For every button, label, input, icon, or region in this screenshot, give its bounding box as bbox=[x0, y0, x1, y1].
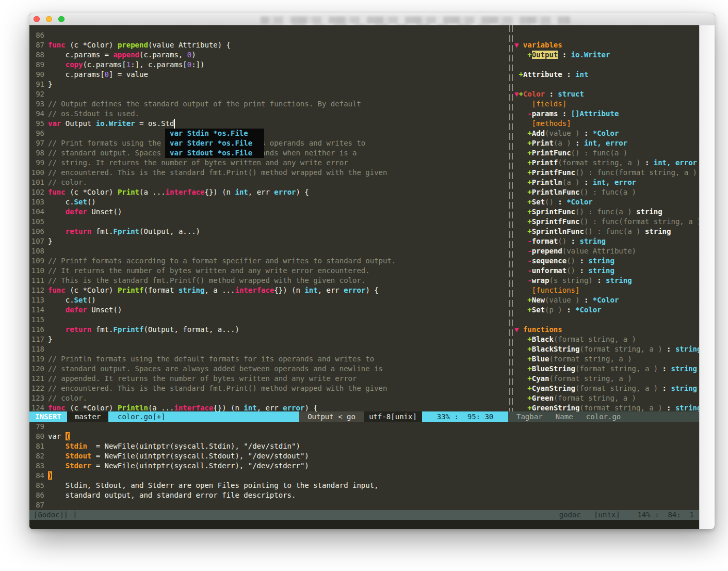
tagbar-line[interactable]: ▼ functions bbox=[514, 325, 699, 335]
tagbar-line[interactable]: +CyanString(format string, a ) : string bbox=[514, 384, 699, 393]
code-text: // Output defines the standard output of… bbox=[48, 100, 361, 108]
code-line[interactable]: 85 Stdin, Stdout, and Stderr are open Fi… bbox=[29, 481, 699, 490]
tagbar-line[interactable]: ▼+Color : struct bbox=[514, 89, 699, 99]
code-line[interactable]: 114 defer Unset() bbox=[29, 305, 508, 315]
code-window[interactable]: 8687func (c *Color) prepend(value Attrib… bbox=[29, 25, 508, 411]
code-line[interactable]: 108 bbox=[29, 246, 508, 256]
code-line[interactable]: 109// Printf formats according to a form… bbox=[29, 256, 508, 266]
code-line[interactable]: 91} bbox=[29, 80, 508, 89]
tagbar-line[interactable]: +BlueString(format string, a ) : string bbox=[514, 364, 699, 374]
code-line[interactable]: 79 bbox=[29, 422, 699, 432]
tagbar-line[interactable]: [methods] bbox=[514, 119, 699, 129]
code-line[interactable]: 102func (c *Color) Print(a ...interface{… bbox=[29, 187, 508, 197]
tagbar-line[interactable]: +PrintfFunc() : func(format string, a ) bbox=[514, 168, 699, 178]
tagbar-line[interactable]: +Printf(format string, a ) : int, error bbox=[514, 158, 699, 168]
code-line[interactable]: 95var Output io.Writer = os.Std bbox=[29, 119, 508, 129]
tagbar-line[interactable]: +Output : io.Writer bbox=[514, 50, 699, 60]
tagbar-line[interactable] bbox=[514, 30, 699, 40]
code-line[interactable]: 117} bbox=[29, 335, 508, 344]
tagbar-line[interactable]: -params : []Attribute bbox=[514, 109, 699, 119]
tagbar-line[interactable]: ▼ variables bbox=[514, 40, 699, 50]
code-line[interactable]: 107} bbox=[29, 236, 508, 246]
tagbar-line[interactable] bbox=[514, 80, 699, 89]
tagbar-line[interactable]: +SprintFunc() : func(a ) string bbox=[514, 207, 699, 217]
tagbar-line[interactable]: -format() : string bbox=[514, 236, 699, 246]
code-line[interactable]: 100// encountered. This is the standard … bbox=[29, 168, 508, 178]
code-line[interactable]: 94// os.Stdout is used. bbox=[29, 109, 508, 119]
code-line[interactable]: 88 c.params = append(c.params, 0) bbox=[29, 50, 508, 60]
code-line[interactable]: 101// color. bbox=[29, 178, 508, 187]
code-line[interactable]: 84) bbox=[29, 471, 699, 481]
tagbar-line[interactable]: +Attribute : int bbox=[514, 70, 699, 80]
code-line[interactable]: 122// encountered. This is the standard … bbox=[29, 384, 508, 393]
code-line[interactable]: 115 bbox=[29, 315, 508, 325]
code-line[interactable]: 121// appended. It returns the number of… bbox=[29, 374, 508, 384]
popup-item[interactable]: var Stdout *os.File bbox=[165, 148, 264, 158]
code-line[interactable]: 118 bbox=[29, 344, 508, 354]
tagbar-line[interactable]: +Add(value ) : *Color bbox=[514, 129, 699, 138]
tagbar-line[interactable]: +Set() : *Color bbox=[514, 197, 699, 207]
tagbar-line[interactable]: +Println(a ) : int, error bbox=[514, 178, 699, 187]
tagbar-line[interactable]: -sequence() : string bbox=[514, 256, 699, 266]
code-line[interactable]: 97// Print formats using the default for… bbox=[29, 138, 508, 148]
tagbar-line[interactable]: -prepend(value Attribute) bbox=[514, 246, 699, 256]
tagbar-line[interactable]: +New(value ) : *Color bbox=[514, 295, 699, 305]
code-line[interactable]: 93// Output defines the standard output … bbox=[29, 99, 508, 109]
tagbar-line[interactable]: +Green(format string, a ) bbox=[514, 393, 699, 403]
code-line[interactable]: 90 c.params[0] = value bbox=[29, 70, 508, 80]
window-titlebar[interactable] bbox=[29, 13, 715, 25]
tagbar-line[interactable]: +PrintlnFunc() : func(a ) bbox=[514, 187, 699, 197]
code-line[interactable]: 81 Stdin = NewFile(uintptr(syscall.Stdin… bbox=[29, 441, 699, 451]
code-line[interactable]: 105 bbox=[29, 217, 508, 227]
code-line[interactable]: 82 Stdout = NewFile(uintptr(syscall.Stdo… bbox=[29, 451, 699, 461]
tagbar-line[interactable]: +SprintfFunc() : func(format string, a )… bbox=[514, 217, 699, 227]
minimize-button[interactable] bbox=[46, 16, 52, 22]
code-line[interactable]: 119// Println formats using the default … bbox=[29, 354, 508, 364]
tagbar-line[interactable]: +GreenString(format string, a ) : string bbox=[514, 403, 699, 411]
popup-item[interactable]: var Stdin *os.File bbox=[165, 129, 264, 138]
tagbar-line[interactable]: +SprintlnFunc() : func(a ) string bbox=[514, 227, 699, 236]
code-line[interactable]: 83 Stderr = NewFile(uintptr(syscall.Stde… bbox=[29, 461, 699, 471]
code-line[interactable]: 87func (c *Color) prepend(value Attribut… bbox=[29, 40, 508, 50]
zoom-button[interactable] bbox=[58, 16, 64, 22]
tagbar-line[interactable]: +BlackString(format string, a ) : string bbox=[514, 344, 699, 354]
code-line[interactable]: 120// standard output. Spaces are always… bbox=[29, 364, 508, 374]
code-line[interactable]: 113 c.Set() bbox=[29, 295, 508, 305]
code-line[interactable]: 112func (c *Color) Printf(format string,… bbox=[29, 286, 508, 295]
tagbar-line[interactable]: +Black(format string, a ) bbox=[514, 335, 699, 344]
code-line[interactable]: 116 return fmt.Fprintf(Output, format, a… bbox=[29, 325, 508, 335]
code-line[interactable]: 106 return fmt.Fprint(Output, a...) bbox=[29, 227, 508, 236]
code-line[interactable]: 86 standard output, and standard error f… bbox=[29, 490, 699, 500]
tagbar-line[interactable]: +Set(p ) : *Color bbox=[514, 305, 699, 315]
code-line[interactable]: 87 bbox=[29, 500, 699, 510]
tagbar-line[interactable]: +Print(a ) : int, error bbox=[514, 138, 699, 148]
popup-item[interactable]: var Stderr *os.File bbox=[165, 138, 264, 148]
code-line[interactable]: 111// This is the standard fmt.Printf() … bbox=[29, 276, 508, 286]
code-line[interactable]: 103 c.Set() bbox=[29, 197, 508, 207]
code-line[interactable]: 89 copy(c.params[1:], c.params[0:]) bbox=[29, 60, 508, 70]
tagbar-line[interactable]: [fields] bbox=[514, 99, 699, 109]
code-line[interactable]: 80var ( bbox=[29, 432, 699, 441]
code-line[interactable]: 104 defer Unset() bbox=[29, 207, 508, 217]
code-line[interactable]: 96 bbox=[29, 129, 508, 138]
vertical-split-separator[interactable] bbox=[508, 25, 514, 411]
tagbar-line[interactable]: -unformat() : string bbox=[514, 266, 699, 276]
tagbar-line[interactable]: +PrintFunc() : func(a ) bbox=[514, 148, 699, 158]
close-button[interactable] bbox=[34, 16, 40, 22]
code-line[interactable]: 124func (c *Color) Println(a ...interfac… bbox=[29, 403, 508, 411]
tagbar-line[interactable]: +Blue(format string, a ) bbox=[514, 354, 699, 364]
code-line[interactable]: 86 bbox=[29, 30, 508, 40]
tagbar-line[interactable] bbox=[514, 60, 699, 70]
scrollbar[interactable] bbox=[699, 25, 715, 529]
tagbar-window[interactable]: ▼ variables +Output : io.Writer +Attribu… bbox=[514, 25, 699, 411]
code-line[interactable]: 98// standard output. Spaces are added b… bbox=[29, 148, 508, 158]
code-line[interactable]: 92 bbox=[29, 89, 508, 99]
code-line[interactable]: 110// It returns the number of bytes wri… bbox=[29, 266, 508, 276]
godoc-window[interactable]: 7980var (81 Stdin = NewFile(uintptr(sysc… bbox=[29, 422, 699, 510]
code-line[interactable]: 99// string. It returns the number of by… bbox=[29, 158, 508, 168]
tagbar-line[interactable]: [functions] bbox=[514, 286, 699, 295]
tagbar-line[interactable]: +Cyan(format string, a ) bbox=[514, 374, 699, 384]
tagbar-line[interactable] bbox=[514, 315, 699, 325]
tagbar-line[interactable]: -wrap(s string) : string bbox=[514, 276, 699, 286]
code-line[interactable]: 123// color. bbox=[29, 393, 508, 403]
